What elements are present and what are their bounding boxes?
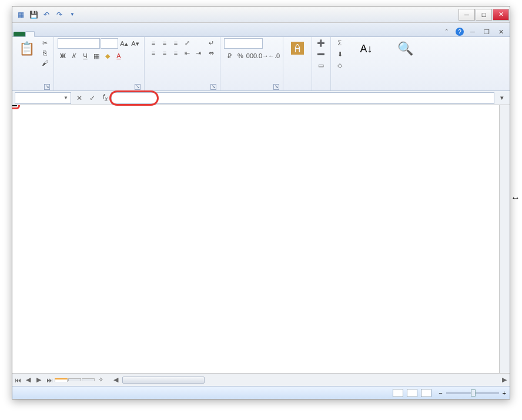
zoom-out-icon[interactable]: −	[439, 389, 442, 397]
paste-button[interactable]: 📋	[16, 38, 37, 61]
number-dialog-launcher[interactable]: ↘	[273, 84, 279, 90]
tab-review[interactable]	[68, 32, 76, 36]
align-right-icon[interactable]: ≡	[170, 48, 181, 58]
font-name-combo[interactable]	[58, 38, 100, 49]
decrease-indent-icon[interactable]: ⇤	[182, 48, 192, 58]
active-cell-edit[interactable]	[12, 105, 17, 106]
sheet-nav-next-icon[interactable]: ▶	[34, 375, 44, 385]
wrap-text-icon[interactable]: ↵	[206, 38, 216, 48]
tab-foxit[interactable]	[101, 32, 109, 36]
close-button[interactable]: ✕	[493, 9, 509, 21]
bold-icon[interactable]: Ж	[58, 51, 68, 61]
align-top-icon[interactable]: ≡	[148, 38, 159, 48]
copy-icon[interactable]: ⎘	[39, 48, 50, 58]
shrink-font-icon[interactable]: A▾	[130, 39, 140, 48]
percent-icon[interactable]: %	[235, 51, 246, 61]
name-box[interactable]: ▼	[15, 92, 71, 104]
mdi-close-icon[interactable]: ✕	[496, 27, 506, 36]
tab-file[interactable]	[14, 32, 25, 36]
titlebar: ▦ 💾 ↶ ↷ ▼ ─ □ ✕	[12, 6, 510, 23]
horizontal-scrollbar[interactable]: ◀	[111, 375, 499, 385]
minimize-button[interactable]: ─	[459, 9, 475, 21]
font-size-combo[interactable]	[101, 38, 118, 49]
styles-button[interactable]: 🅰	[287, 38, 308, 61]
new-sheet-icon[interactable]: ✧	[95, 375, 106, 385]
fx-icon[interactable]: fx	[99, 92, 111, 104]
cells-delete-button[interactable]: ➖	[316, 49, 327, 59]
tab-abbyy[interactable]	[109, 32, 117, 36]
formula-input[interactable]	[111, 92, 494, 104]
vertical-scrollbar[interactable]	[499, 105, 510, 373]
maximize-button[interactable]: □	[476, 9, 492, 21]
align-center-icon[interactable]: ≡	[159, 48, 170, 58]
increase-indent-icon[interactable]: ⇥	[193, 48, 203, 58]
grow-font-icon[interactable]: A▴	[119, 39, 129, 48]
currency-icon[interactable]: ₽	[224, 51, 235, 61]
paste-icon: 📋	[17, 39, 36, 58]
view-page-break-icon[interactable]	[421, 389, 431, 397]
sheet-tab-3[interactable]	[82, 378, 95, 381]
tab-home[interactable]	[25, 31, 35, 37]
alignment-dialog-launcher[interactable]: ↘	[210, 84, 216, 90]
decrease-decimal-icon[interactable]: ←.0	[269, 51, 279, 61]
align-bottom-icon[interactable]: ≡	[170, 38, 181, 48]
sheet-nav-first-icon[interactable]: ⏮	[12, 375, 23, 385]
autosum-icon[interactable]: Σ	[334, 38, 345, 48]
view-page-layout-icon[interactable]	[407, 389, 417, 397]
view-normal-icon[interactable]	[393, 389, 403, 397]
name-box-dropdown-icon[interactable]: ▼	[63, 95, 68, 100]
qat-customize-icon[interactable]: ▼	[68, 10, 77, 19]
zoom-in-icon[interactable]: +	[503, 389, 506, 397]
underline-icon[interactable]: Ч	[80, 51, 91, 61]
hscroll-right-icon[interactable]: ▶	[499, 375, 510, 385]
font-color-icon[interactable]: A	[113, 51, 124, 61]
help-icon[interactable]: ?	[456, 28, 464, 36]
cancel-edit-icon[interactable]: ✕	[73, 92, 85, 104]
sort-filter-button[interactable]: A↓	[347, 38, 385, 61]
mdi-minimize-icon[interactable]: ─	[467, 27, 478, 36]
tab-view[interactable]	[76, 32, 84, 36]
undo-icon[interactable]: ↶	[42, 10, 51, 19]
find-select-button[interactable]: 🔍	[387, 38, 423, 61]
cut-icon[interactable]: ✂	[39, 38, 50, 48]
zoom-slider[interactable]	[446, 392, 499, 394]
fill-color-icon[interactable]: ◆	[102, 51, 113, 61]
clipboard-dialog-launcher[interactable]: ↘	[44, 84, 50, 90]
align-middle-icon[interactable]: ≡	[159, 38, 170, 48]
enter-edit-icon[interactable]: ✓	[86, 92, 98, 104]
cells-insert-button[interactable]: ➕	[316, 38, 327, 48]
group-cells: ➕ ➖ ▭	[312, 37, 331, 90]
format-painter-icon[interactable]: 🖌	[39, 58, 50, 68]
merge-center-icon[interactable]: ⇔	[206, 48, 216, 58]
sheet-tab-1[interactable]	[55, 378, 68, 382]
sheet-nav-prev-icon[interactable]: ◀	[23, 375, 34, 385]
tab-formulas[interactable]	[51, 32, 59, 36]
cells-format-button[interactable]: ▭	[316, 61, 327, 70]
sheet-nav-last-icon[interactable]: ⏭	[44, 375, 55, 385]
save-icon[interactable]: 💾	[29, 10, 38, 19]
clear-icon[interactable]: ◇	[334, 61, 345, 70]
font-dialog-launcher[interactable]: ↘	[135, 84, 140, 90]
tab-addins[interactable]	[92, 32, 101, 36]
worksheet[interactable]	[12, 105, 499, 373]
tab-insert[interactable]	[35, 32, 43, 36]
number-format-combo[interactable]	[224, 38, 263, 49]
minimize-ribbon-icon[interactable]: ˄	[441, 27, 452, 36]
tab-developer[interactable]	[84, 32, 92, 36]
tab-data[interactable]	[59, 32, 68, 36]
border-icon[interactable]: ▦	[91, 51, 102, 61]
sheet-tab-2[interactable]	[68, 378, 81, 381]
mdi-restore-icon[interactable]: ❐	[481, 27, 492, 36]
zoom-thumb[interactable]	[471, 389, 476, 397]
redo-icon[interactable]: ↷	[55, 10, 64, 19]
align-left-icon[interactable]: ≡	[148, 48, 159, 58]
increase-decimal-icon[interactable]: .0→	[257, 51, 268, 61]
comma-icon[interactable]: 000	[246, 51, 257, 61]
italic-icon[interactable]: К	[69, 51, 79, 61]
tab-page-layout[interactable]	[43, 32, 51, 36]
orientation-icon[interactable]: ⤢	[182, 38, 192, 48]
fill-icon[interactable]: ⬇	[334, 49, 345, 59]
hscroll-thumb[interactable]	[122, 377, 205, 384]
expand-formula-bar-icon[interactable]: ▾	[497, 93, 507, 103]
hscroll-left-icon[interactable]: ◀	[111, 375, 121, 385]
